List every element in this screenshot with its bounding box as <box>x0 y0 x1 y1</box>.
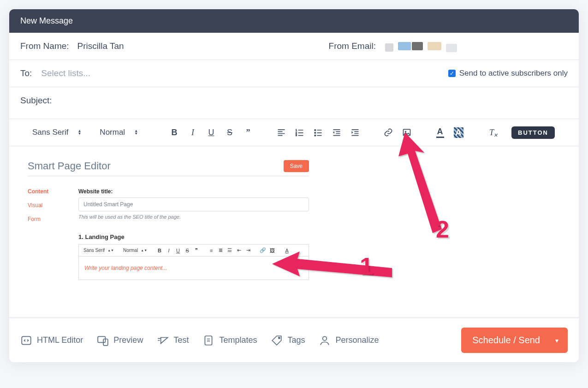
active-subscribers-label: Send to active subscribers only <box>459 69 568 78</box>
size-select-value: Normal <box>100 128 125 137</box>
editor-canvas[interactable]: Smart Page Editor Save Content Visual Fo… <box>9 146 579 317</box>
checkbox-icon: ✓ <box>448 70 456 77</box>
footer-toolbar: HTML Editor Preview Test Templates Tags … <box>9 317 579 362</box>
to-label: To: <box>20 68 32 78</box>
inner-side-nav: Content Visual Form <box>28 188 60 280</box>
insert-button-element[interactable]: BUTTON <box>511 126 555 139</box>
editor-toolbar: Sans Serif ▲▼ Normal ▲▼ B I U S ” 123 <box>9 119 579 146</box>
svg-point-5 <box>315 135 316 136</box>
embedded-image: Smart Page Editor Save Content Visual Fo… <box>28 160 309 280</box>
inner-section-heading: 1. Landing Page <box>78 233 309 240</box>
italic-button[interactable]: I <box>185 125 201 140</box>
ordered-list-button[interactable]: 123 <box>292 125 308 140</box>
inner-hint: This will be used as the SEO title of th… <box>78 214 309 220</box>
underline-button[interactable]: U <box>203 125 219 140</box>
to-select[interactable]: Select lists... <box>41 68 90 78</box>
size-select[interactable]: Normal ▲▼ <box>95 126 143 139</box>
devices-icon <box>97 334 109 346</box>
inner-save-button: Save <box>284 160 309 172</box>
strikethrough-button[interactable]: S <box>222 125 238 140</box>
svg-rect-10 <box>22 336 31 344</box>
personalize-button[interactable]: Personalize <box>319 334 379 346</box>
blockquote-button[interactable]: ” <box>240 125 256 140</box>
clear-format-button[interactable]: T✕ <box>484 125 499 140</box>
inner-nav-content: Content <box>28 188 60 195</box>
link-button[interactable] <box>380 125 396 140</box>
active-subscribers-check[interactable]: ✓ Send to active subscribers only <box>448 69 568 78</box>
indent-button[interactable] <box>347 125 363 140</box>
font-select-value: Sans Serif <box>32 128 68 137</box>
inner-field-label: Website title: <box>78 188 309 195</box>
svg-point-4 <box>315 132 316 133</box>
svg-point-15 <box>323 336 327 340</box>
inner-title: Smart Page Editor <box>28 160 111 172</box>
outdent-button[interactable] <box>329 125 344 140</box>
test-button[interactable]: Test <box>157 334 189 346</box>
subject-label: Subject: <box>20 96 52 106</box>
redacted-email-part <box>385 43 393 52</box>
select-caret-icon: ▲▼ <box>77 130 81 135</box>
unordered-list-button[interactable] <box>310 125 326 140</box>
to-row: To: Select lists... ✓ Send to active sub… <box>9 60 579 87</box>
from-email-label: From Email: <box>329 41 376 51</box>
tag-icon <box>271 334 283 346</box>
select-caret-icon: ▲▼ <box>134 130 138 135</box>
compose-window: New Message From Name: Priscilla Tan Fro… <box>9 9 579 362</box>
svg-point-14 <box>279 337 280 338</box>
redacted-email-part <box>446 44 457 52</box>
window-title: New Message <box>9 9 579 33</box>
preview-button[interactable]: Preview <box>97 334 143 346</box>
inner-nav-form: Form <box>28 216 60 222</box>
svg-text:3: 3 <box>296 134 297 137</box>
inner-title-input: Untitled Smart Page <box>78 197 309 211</box>
document-icon <box>202 334 214 346</box>
annotation-number-1: 1 <box>360 252 373 280</box>
redacted-email-part <box>428 42 441 50</box>
align-button[interactable] <box>273 125 289 140</box>
templates-button[interactable]: Templates <box>202 334 257 346</box>
subject-row[interactable]: Subject: <box>9 87 579 119</box>
person-icon <box>319 334 331 346</box>
tags-button[interactable]: Tags <box>271 334 305 346</box>
from-name-value[interactable]: Priscilla Tan <box>77 41 124 51</box>
annotation-number-2: 2 <box>436 215 449 243</box>
svg-point-3 <box>315 129 316 131</box>
bold-button[interactable]: B <box>166 125 182 140</box>
svg-marker-9 <box>398 132 442 233</box>
inner-editor-body: Write your landing page content... <box>78 256 309 280</box>
redacted-email-part <box>412 42 423 50</box>
send-test-icon <box>157 334 169 346</box>
bg-color-button[interactable]: A <box>451 125 466 140</box>
inner-nav-visual: Visual <box>28 202 60 209</box>
svg-rect-13 <box>205 336 212 345</box>
inner-mini-toolbar: Sans Serif▲▼ Normal▲▼ B I U S ❞ ≡ ≣ ☰ ⇤ <box>78 244 309 256</box>
annotation-arrow-2 <box>391 132 456 243</box>
text-color-button[interactable]: A <box>432 125 448 140</box>
image-button[interactable] <box>399 125 415 140</box>
from-name-label: From Name: <box>20 41 69 51</box>
from-row: From Name: Priscilla Tan From Email: <box>9 33 579 60</box>
svg-point-7 <box>405 131 406 132</box>
html-editor-button[interactable]: HTML Editor <box>20 334 83 346</box>
svg-rect-11 <box>98 336 106 342</box>
code-icon <box>20 334 32 346</box>
redacted-email-part <box>398 42 411 50</box>
font-select[interactable]: Sans Serif ▲▼ <box>28 126 86 139</box>
schedule-send-button[interactable]: Schedule / Send <box>461 328 568 353</box>
